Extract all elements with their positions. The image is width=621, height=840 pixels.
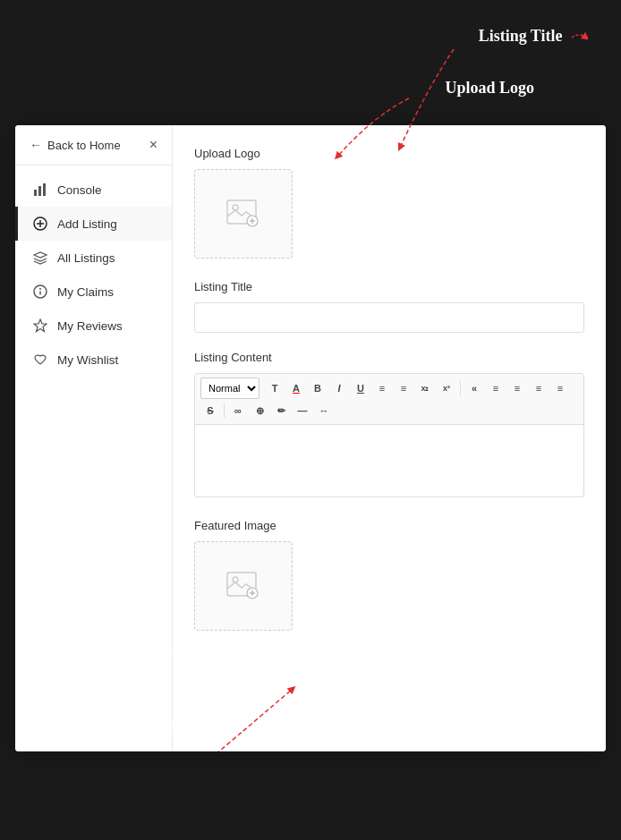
toolbar-divider-1 <box>460 381 461 395</box>
plus-circle-icon <box>32 216 48 231</box>
back-arrow-icon: ← <box>30 138 42 152</box>
sidebar-item-my-reviews[interactable]: My Reviews <box>15 309 172 343</box>
listing-title-field: Listing Title <box>194 280 584 333</box>
heart-icon <box>32 352 48 367</box>
toolbar-align-justify[interactable]: ≡ <box>550 378 570 398</box>
toolbar-superscript[interactable]: x² <box>437 378 456 398</box>
sidebar-item-add-listing[interactable]: Add Listing <box>15 207 172 241</box>
svg-rect-0 <box>34 190 37 196</box>
rich-text-editor: Normal T A B I U ≡ ≡ x₂ x² « ≡ <box>194 373 584 497</box>
toolbar-text-size[interactable]: T <box>265 378 285 398</box>
add-listing-label: Add Listing <box>57 217 117 231</box>
sidebar-item-console[interactable]: Console <box>15 173 172 207</box>
outer-wrapper: Listing Title Upload Logo Listing Conten… <box>15 18 606 751</box>
toolbar-subscript[interactable]: x₂ <box>415 378 435 398</box>
toolbar-divider-2 <box>224 403 225 418</box>
listing-title-input[interactable] <box>194 302 584 333</box>
listing-content-field: Listing Content Normal T A B I U ≡ ≡ x₂ <box>194 351 584 497</box>
sidebar: ← Back to Home × Console <box>15 125 173 751</box>
toolbar-hr[interactable]: — <box>293 401 312 420</box>
close-button[interactable]: × <box>149 138 157 152</box>
annotation-upload-logo: Upload Logo <box>445 79 534 98</box>
back-home-label: Back to Home <box>47 139 121 152</box>
svg-marker-9 <box>34 319 47 332</box>
bar-chart-icon <box>32 182 48 197</box>
console-label: Console <box>57 183 102 197</box>
toolbar-underline[interactable]: U <box>351 378 370 398</box>
svg-rect-1 <box>38 186 41 196</box>
editor-body[interactable] <box>195 425 583 496</box>
toolbar-link[interactable]: ∞ <box>228 401 248 420</box>
toolbar-insert[interactable]: ⊕ <box>250 401 269 420</box>
main-ui: ← Back to Home × Console <box>15 125 606 751</box>
listing-title-label: Listing Title <box>194 280 584 293</box>
my-wishlist-label: My Wishlist <box>57 353 118 367</box>
upload-logo-label: Upload Logo <box>194 147 584 160</box>
info-circle-icon <box>32 284 48 299</box>
toolbar-align-center[interactable]: ≡ <box>507 378 527 398</box>
featured-image-field: Featured Image <box>194 519 584 631</box>
back-home-link[interactable]: ← Back to Home <box>30 138 121 152</box>
toolbar-ordered-list[interactable]: ≡ <box>372 378 392 398</box>
annotation-listing-title: Listing Title <box>479 27 588 46</box>
editor-toolbar: Normal T A B I U ≡ ≡ x₂ x² « ≡ <box>195 374 583 425</box>
listing-content-label: Listing Content <box>194 351 584 364</box>
sidebar-nav: Console Add Listing <box>15 165 172 384</box>
toolbar-html[interactable]: ↔ <box>314 401 334 420</box>
featured-image-label: Featured Image <box>194 519 584 532</box>
toolbar-font-color[interactable]: A <box>286 378 306 398</box>
toolbar-edit[interactable]: ✏ <box>271 401 291 420</box>
sidebar-item-my-wishlist[interactable]: My Wishlist <box>15 343 172 377</box>
toolbar-align-left[interactable]: ≡ <box>486 378 506 398</box>
toolbar-align-right[interactable]: ≡ <box>529 378 549 398</box>
upload-logo-box[interactable] <box>194 169 293 259</box>
my-reviews-label: My Reviews <box>57 319 123 333</box>
annotation-listing-title-text: Listing Title <box>479 27 563 45</box>
star-icon <box>32 318 48 333</box>
svg-rect-2 <box>43 183 46 196</box>
featured-image-upload-icon <box>224 566 263 606</box>
layers-icon <box>32 250 48 265</box>
upload-logo-icon <box>224 194 263 233</box>
sidebar-header: ← Back to Home × <box>15 125 172 165</box>
format-select[interactable]: Normal <box>200 378 259 399</box>
svg-point-7 <box>39 288 41 290</box>
main-content: Upload Logo Li <box>173 125 606 751</box>
featured-image-upload-box[interactable] <box>194 541 293 631</box>
toolbar-outdent[interactable]: « <box>464 378 484 398</box>
upload-logo-field: Upload Logo <box>194 147 584 259</box>
toolbar-bold[interactable]: B <box>308 378 328 398</box>
sidebar-item-my-claims[interactable]: My Claims <box>15 275 172 309</box>
my-claims-label: My Claims <box>57 285 114 299</box>
annotation-upload-logo-text: Upload Logo <box>445 79 534 97</box>
sidebar-item-all-listings[interactable]: All Listings <box>15 241 172 275</box>
all-listings-label: All Listings <box>57 251 115 265</box>
toolbar-italic[interactable]: I <box>329 378 349 398</box>
toolbar-unordered-list[interactable]: ≡ <box>394 378 413 398</box>
toolbar-strikethrough[interactable]: S <box>200 401 220 420</box>
